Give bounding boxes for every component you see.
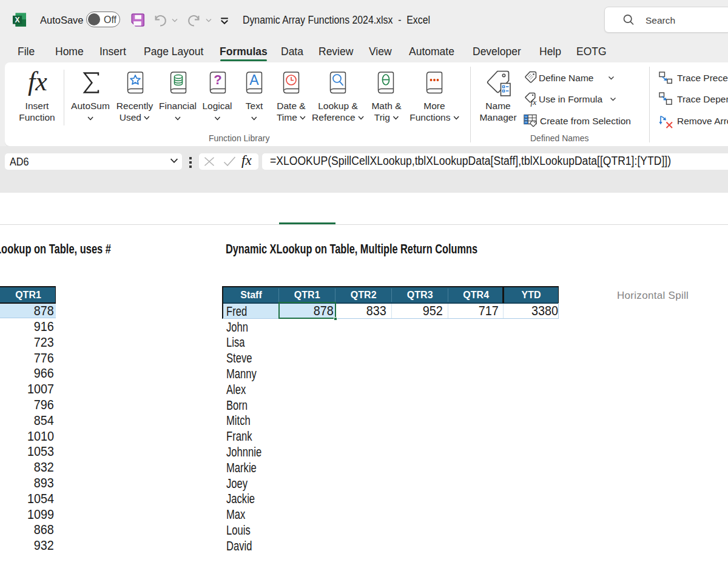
svg-text:X: X <box>15 16 20 24</box>
svg-text:?: ? <box>214 72 221 87</box>
svg-text:fx: fx <box>531 98 537 107</box>
svg-text:A: A <box>249 72 259 88</box>
